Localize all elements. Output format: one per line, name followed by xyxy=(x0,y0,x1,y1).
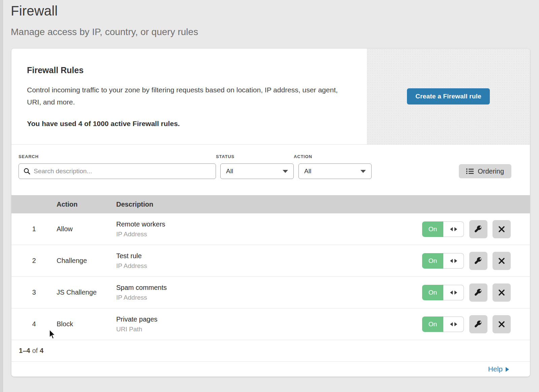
rule-priority: 1 xyxy=(11,225,57,233)
rule-toggle[interactable]: On xyxy=(422,221,464,237)
arrow-left-icon xyxy=(450,259,453,263)
rule-toggle[interactable]: On xyxy=(422,285,464,300)
card-top-section: Firewall Rules Control incoming traffic … xyxy=(11,49,530,145)
toggle-on-label[interactable]: On xyxy=(422,285,443,300)
rule-match-type: IP Address xyxy=(116,294,422,301)
action-label: ACTION xyxy=(294,154,372,159)
rule-controls: On xyxy=(422,252,530,270)
wrench-icon xyxy=(475,225,482,233)
action-select-value: All xyxy=(304,168,311,175)
toggle-handle[interactable] xyxy=(443,253,464,269)
table-header: Action Description xyxy=(11,195,530,213)
search-icon xyxy=(24,168,30,175)
arrow-left-icon xyxy=(450,322,453,326)
pagination-total: 4 xyxy=(40,347,43,355)
wrench-icon xyxy=(475,257,482,265)
action-filter-group: ACTION All xyxy=(294,154,372,179)
page-header: Firewall Manage access by IP, country, o… xyxy=(11,3,198,37)
status-label: STATUS xyxy=(216,154,294,159)
rule-action: Challenge xyxy=(57,257,116,265)
firewall-rules-card: Firewall Rules Control incoming traffic … xyxy=(11,48,530,377)
rule-match-type: URI Path xyxy=(116,326,422,333)
arrow-right-icon xyxy=(454,291,457,295)
column-action: Action xyxy=(57,201,116,208)
ordering-button[interactable]: Ordering xyxy=(459,164,511,178)
rule-title: Remote workers xyxy=(116,220,422,228)
toggle-on-label[interactable]: On xyxy=(422,316,443,332)
card-aside-panel: Create a Firewall rule xyxy=(367,49,530,144)
rule-toggle[interactable]: On xyxy=(422,253,464,269)
arrow-right-icon xyxy=(454,227,457,231)
delete-rule-button[interactable] xyxy=(493,220,511,238)
wrench-icon xyxy=(475,321,482,328)
page-title: Firewall xyxy=(11,3,198,19)
rule-match-type: IP Address xyxy=(116,231,422,238)
close-icon xyxy=(498,226,505,233)
toggle-handle[interactable] xyxy=(443,316,464,332)
arrow-right-icon xyxy=(506,367,509,372)
rule-match-type: IP Address xyxy=(116,262,422,270)
status-select-value: All xyxy=(226,168,233,175)
search-label: SEARCH xyxy=(19,154,216,159)
rule-description: Test rule IP Address xyxy=(116,252,422,270)
chevron-down-icon xyxy=(360,170,366,173)
toggle-handle[interactable] xyxy=(443,221,464,237)
list-icon xyxy=(466,168,474,174)
delete-rule-button[interactable] xyxy=(493,315,511,333)
rule-priority: 3 xyxy=(11,289,57,296)
table-row: 1 Allow Remote workers IP Address On xyxy=(11,213,530,245)
edit-rule-button[interactable] xyxy=(469,252,487,270)
action-select[interactable]: All xyxy=(298,163,372,179)
rule-priority: 2 xyxy=(11,257,57,265)
ordering-button-label: Ordering xyxy=(478,168,504,175)
help-link-label: Help xyxy=(488,365,503,373)
arrow-right-icon xyxy=(454,322,457,326)
delete-rule-button[interactable] xyxy=(493,283,511,302)
rule-description: Private pages URI Path xyxy=(116,315,422,333)
edit-rule-button[interactable] xyxy=(469,220,487,238)
table-row: 3 JS Challenge Spam comments IP Address … xyxy=(11,277,530,308)
pagination-bar: 1–4 of 4 xyxy=(11,340,530,362)
rule-action: Allow xyxy=(57,225,116,233)
close-icon xyxy=(498,289,505,296)
status-filter-group: STATUS All xyxy=(216,154,294,179)
arrow-left-icon xyxy=(450,291,453,295)
pagination-of-label: of xyxy=(32,347,38,355)
toggle-on-label[interactable]: On xyxy=(422,253,443,269)
close-icon xyxy=(498,258,505,264)
left-edge-shadow xyxy=(0,0,3,392)
card-footer: Help xyxy=(11,362,530,376)
help-link[interactable]: Help xyxy=(488,365,509,373)
card-usage-text: You have used 4 of 1000 active Firewall … xyxy=(27,120,347,128)
pagination-range: 1–4 xyxy=(19,347,30,355)
delete-rule-button[interactable] xyxy=(493,252,511,270)
search-input[interactable] xyxy=(34,168,211,175)
rule-action: Block xyxy=(57,320,116,328)
table-row: 4 Block Private pages URI Path On xyxy=(11,308,530,340)
table-row: 2 Challenge Test rule IP Address On xyxy=(11,245,530,277)
create-firewall-rule-button[interactable]: Create a Firewall rule xyxy=(407,88,490,104)
rule-title: Test rule xyxy=(116,252,422,260)
toggle-on-label[interactable]: On xyxy=(422,221,443,237)
rule-priority: 4 xyxy=(11,320,57,328)
rule-title: Spam comments xyxy=(116,284,422,292)
edit-rule-button[interactable] xyxy=(469,283,487,302)
rule-controls: On xyxy=(422,220,530,238)
search-box[interactable] xyxy=(19,163,216,179)
chevron-down-icon xyxy=(283,170,288,173)
close-icon xyxy=(498,321,505,328)
edit-rule-button[interactable] xyxy=(469,315,487,333)
page-subtitle: Manage access by IP, country, or query r… xyxy=(11,27,198,37)
card-top-text: Firewall Rules Control incoming traffic … xyxy=(11,49,367,144)
search-filter-group: SEARCH xyxy=(19,154,216,179)
card-heading: Firewall Rules xyxy=(27,65,347,75)
rule-controls: On xyxy=(422,283,530,302)
toggle-handle[interactable] xyxy=(443,285,464,300)
status-select[interactable]: All xyxy=(220,163,294,179)
arrow-right-icon xyxy=(454,259,457,263)
rule-controls: On xyxy=(422,315,530,333)
rule-toggle[interactable]: On xyxy=(422,316,464,332)
rule-description: Spam comments IP Address xyxy=(116,284,422,301)
card-description: Control incoming traffic to your zone by… xyxy=(27,84,347,108)
rule-description: Remote workers IP Address xyxy=(116,220,422,238)
